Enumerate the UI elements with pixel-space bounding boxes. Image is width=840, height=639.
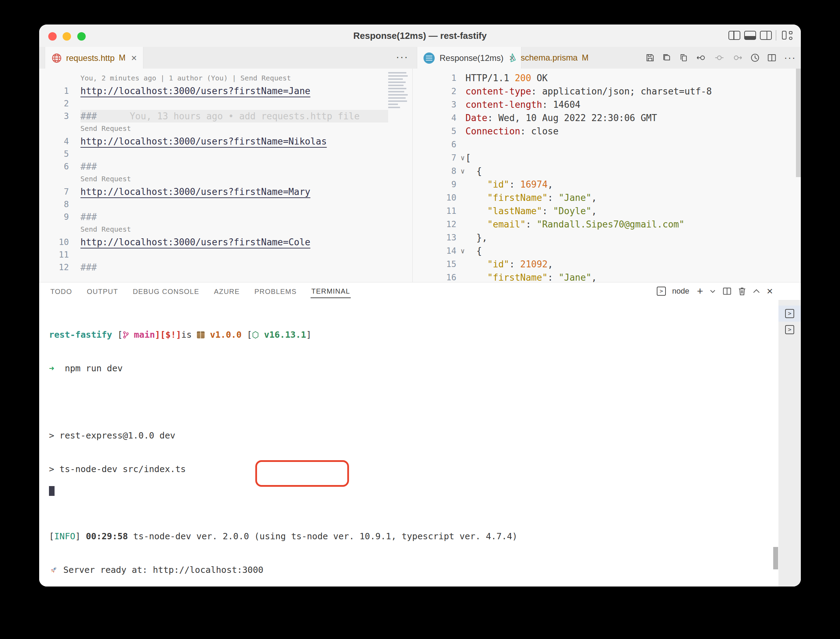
codelens-send-request[interactable]: Send Request [81,223,131,235]
shell-label: node [672,287,689,296]
next-change-icon[interactable] [732,53,743,62]
editor-actions: ··· [645,47,796,68]
panel-header: TODO OUTPUT DEBUG CONSOLE AZURE PROBLEMS… [39,282,801,300]
request-url-1[interactable]: http://localhost:3000/users?firstName=Ja… [81,85,310,97]
panel-tabs: TODO OUTPUT DEBUG CONSOLE AZURE PROBLEMS… [50,282,351,300]
request-url-7[interactable]: http://localhost:3000/users?firstName=Ma… [81,186,310,198]
save-icon[interactable] [645,53,655,62]
more-actions-icon[interactable]: ··· [784,54,796,61]
git-blame-ghost-text: You, 13 hours ago • add requests.http fi… [130,111,360,121]
panel-tab-azure[interactable]: AZURE [213,285,241,298]
toggle-panel-icon[interactable] [744,31,756,40]
terminal-command-line: ➜ npm run dev [49,363,770,374]
annotation-highlight-box [255,460,349,487]
tab-requests-http[interactable]: requests.http M × [45,47,143,69]
panel-tab-output[interactable]: OUTPUT [86,285,119,298]
copy-pages-icon[interactable] [679,53,688,62]
terminal-server-ready-line: Server ready at: http://localhost:3000 [49,564,770,575]
close-panel-icon[interactable]: × [767,286,773,296]
toggle-secondary-sidebar-icon[interactable] [760,31,772,40]
customize-layout-icon[interactable] [782,31,794,40]
panel-tab-terminal[interactable]: TERMINAL [311,285,351,298]
tab-schema-prisma[interactable]: schema.prisma M [502,47,595,68]
codelens-blame[interactable]: You, 2 minutes ago | 1 author (You) | Se… [81,72,291,84]
panel-actions: > node + × [657,282,773,300]
request-separator: ### [81,261,97,273]
request-separator: ### [81,160,97,173]
editor-scrollbar[interactable] [796,68,801,177]
editor-area: You, 2 minutes ago | 1 author (You) | Se… [39,68,801,282]
request-separator: ### [81,111,97,121]
response-json-icon [423,52,435,64]
more-tabs-icon[interactable]: ··· [396,47,409,68]
terminal-output-line: > rest-express@1.0.0 dev [49,430,770,441]
request-url-10[interactable]: http://localhost:3000/users?firstName=Co… [81,236,310,248]
new-terminal-icon[interactable]: + [697,286,703,296]
git-branch-icon [123,330,134,340]
tab-label: Response(12ms) [440,53,504,63]
split-editor-icon[interactable] [767,53,777,62]
modified-badge: M [119,53,125,63]
panel-tab-problems[interactable]: PROBLEMS [254,285,298,298]
right-editor-group-tabs: Response(12ms) × schema.prisma M [413,47,801,68]
terminal-tab-node-icon[interactable]: > [785,309,794,318]
kill-terminal-trash-icon[interactable] [738,287,746,296]
panel-tab-todo[interactable]: TODO [50,285,73,298]
split-terminal-icon[interactable] [723,287,732,296]
minimap[interactable] [388,72,409,153]
codelens-send-request[interactable]: Send Request [81,122,131,134]
http-file-icon [51,53,62,64]
current-change-icon[interactable] [714,53,724,62]
modified-badge: M [582,53,588,63]
vscode-window: Response(12ms) — rest-fastify requests.h… [39,24,801,587]
terminal-scrollbar[interactable] [773,547,778,569]
title-bar: Response(12ms) — rest-fastify [39,24,801,47]
nodejs-hexagon-icon [252,330,259,340]
tab-label: schema.prisma [521,53,578,63]
terminal-info-line: [INFO] 00:29:58 ts-node-dev ver. 2.0.0 (… [49,531,770,542]
terminal-tabs-sidebar: > > [778,300,801,587]
window-title: Response(12ms) — rest-fastify [39,24,801,47]
terminal-tab-node-icon[interactable]: > [785,325,794,334]
launch-profile-chevron-icon[interactable] [709,288,716,295]
toggle-primary-sidebar-icon[interactable] [728,31,740,40]
titlebar-separator [776,30,777,41]
terminal-viewport[interactable]: rest-fastify [ main][$!]is v1.0.0 [ v16.… [39,300,778,587]
terminal-cursor [49,486,55,496]
codelens-send-request[interactable]: Send Request [81,173,131,185]
requests-http-editor[interactable]: You, 2 minutes ago | 1 author (You) | Se… [39,68,413,282]
terminal-shell-icon: > [657,287,666,296]
panel-tab-debug-console[interactable]: DEBUG CONSOLE [132,285,200,298]
left-editor-group-tabs: requests.http M × ··· [39,47,413,68]
request-url-4[interactable]: http://localhost:3000/users?firstName=Ni… [81,135,326,148]
close-tab-icon[interactable]: × [131,52,137,64]
terminal-output-line: > ts-node-dev src/index.ts [49,464,770,475]
editor-tab-bar: requests.http M × ··· Response(12ms) × s… [39,47,801,69]
save-all-icon[interactable] [662,53,672,62]
package-icon [197,331,204,339]
bottom-panel: TODO OUTPUT DEBUG CONSOLE AZURE PROBLEMS… [39,282,801,587]
terminal-prompt-line: rest-fastify [ main][$!]is v1.0.0 [ v16.… [49,329,770,340]
timeline-history-icon[interactable] [750,53,759,62]
maximize-panel-chevron-icon[interactable] [753,288,760,295]
request-separator: ### [81,211,97,223]
previous-change-icon[interactable] [696,53,707,62]
rocket-icon [49,565,58,575]
tab-label: requests.http [66,53,115,63]
prisma-icon [508,53,517,63]
response-editor[interactable]: 1HTTP/1.1 200 OK 2content-type: applicat… [413,68,801,282]
